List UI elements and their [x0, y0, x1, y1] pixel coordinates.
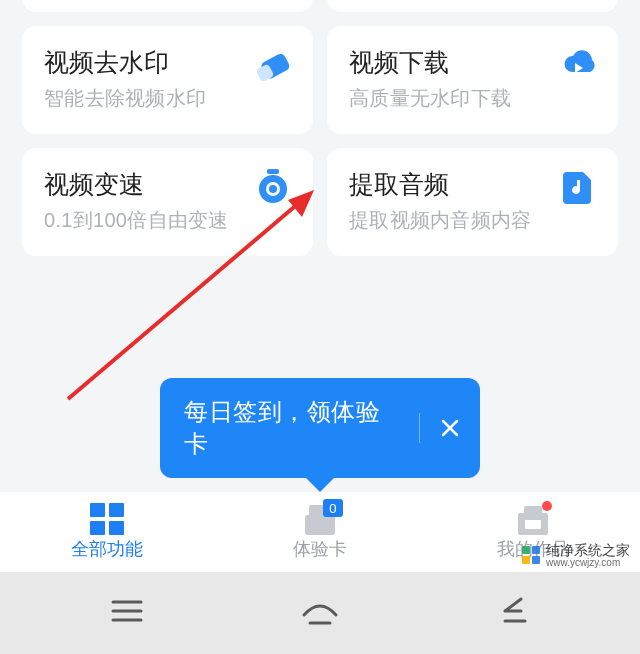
close-icon [440, 418, 460, 438]
feature-subtitle: 智能去除视频水印 [44, 85, 291, 112]
tooltip-close-button[interactable] [438, 416, 462, 440]
notification-dot [542, 501, 552, 511]
system-home-button[interactable] [298, 593, 342, 629]
wallet-icon: 0 [303, 503, 337, 535]
features-grid: 视频去水印 智能去除视频水印 视频下载 高质量无水印下载 视频变速 [0, 26, 640, 256]
watermark-title: 纯净系统之家 [546, 543, 630, 558]
feature-row: 视频去水印 智能去除视频水印 视频下载 高质量无水印下载 [22, 26, 618, 134]
audio-file-icon [558, 166, 598, 206]
watermark: 纯净系统之家 www.ycwjzy.com [522, 543, 630, 568]
feature-card-remove-watermark[interactable]: 视频去水印 智能去除视频水印 [22, 26, 313, 134]
grid-icon [90, 503, 124, 535]
feature-subtitle: 0.1到100倍自由变速 [44, 207, 291, 234]
home-outline-icon [298, 593, 342, 629]
watermark-url: www.ycwjzy.com [546, 558, 630, 569]
experience-card-badge: 0 [323, 499, 343, 517]
feature-row: 视频变速 0.1到100倍自由变速 提取音频 提取视频内音频内容 [22, 148, 618, 256]
feature-subtitle: 高质量无水印下载 [349, 85, 596, 112]
feature-card-extract-audio[interactable]: 提取音频 提取视频内音频内容 [327, 148, 618, 256]
tab-experience-card[interactable]: 0 体验卡 [213, 492, 426, 572]
tooltip-tail [306, 478, 334, 492]
feature-card-video-download[interactable]: 视频下载 高质量无水印下载 [327, 26, 618, 134]
system-back-button[interactable] [491, 593, 535, 629]
tooltip-divider [419, 413, 420, 443]
tab-all-features[interactable]: 全部功能 [0, 492, 213, 572]
hamburger-icon [105, 593, 149, 629]
partial-cards-row [0, 0, 640, 12]
svg-point-6 [269, 185, 277, 193]
eraser-icon [253, 44, 293, 84]
inbox-icon [516, 503, 550, 535]
feature-card-video-speed[interactable]: 视频变速 0.1到100倍自由变速 [22, 148, 313, 256]
system-nav-bar [0, 572, 640, 654]
stopwatch-icon [253, 166, 293, 206]
feature-subtitle: 提取视频内音频内容 [349, 207, 596, 234]
partial-card[interactable] [327, 0, 618, 12]
cloud-download-icon [558, 44, 598, 84]
tooltip-text: 每日签到，领体验卡 [184, 396, 401, 460]
back-arrow-icon [491, 593, 535, 629]
watermark-logo-icon [522, 546, 540, 564]
system-recents-button[interactable] [105, 593, 149, 629]
daily-signin-tooltip: 每日签到，领体验卡 [160, 378, 480, 478]
svg-rect-3 [267, 169, 279, 174]
tab-label: 全部功能 [71, 537, 143, 561]
partial-card[interactable] [22, 0, 313, 12]
tab-label: 体验卡 [293, 537, 347, 561]
